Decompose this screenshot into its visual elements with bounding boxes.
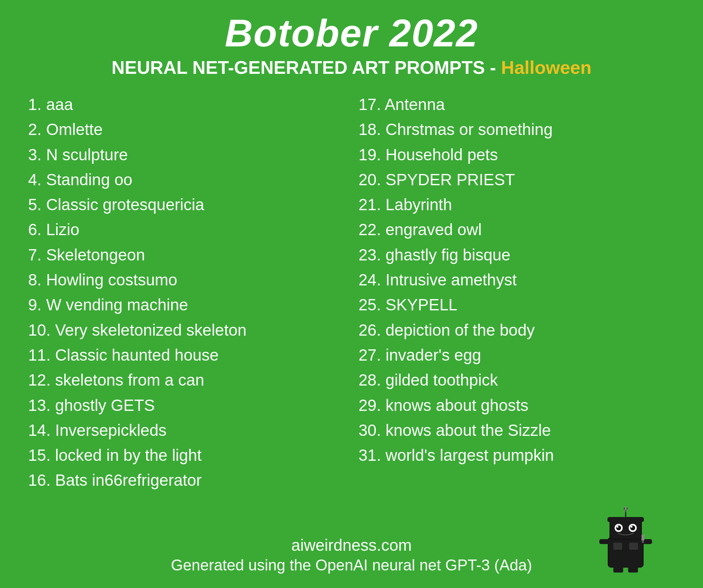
list-item: 8. Howling costsumo <box>28 267 344 292</box>
list-item: 29. knows about ghosts <box>359 393 675 418</box>
generated-by-text: Generated using the OpenAI neural net GP… <box>21 556 682 574</box>
list-item: 22. engraved owl <box>359 217 675 242</box>
svg-rect-3 <box>607 517 644 521</box>
svg-rect-21 <box>642 540 644 543</box>
subtitle-halloween: Halloween <box>501 57 592 78</box>
list-item: 15. locked in by the light <box>28 443 344 468</box>
list-item: 6. Lizio <box>28 217 344 242</box>
svg-rect-0 <box>608 537 643 567</box>
list-item: 18. Chrstmas or something <box>359 117 675 142</box>
list-item: 30. knows about the Sizzle <box>359 418 675 443</box>
svg-rect-17 <box>628 566 638 573</box>
list-item: 16. Bats in66refrigerator <box>28 468 344 493</box>
list-item: 17. Antenna <box>359 92 675 117</box>
svg-rect-18 <box>599 539 609 544</box>
svg-rect-16 <box>613 566 623 573</box>
list-item: 10. Very skeletonized skeleton <box>28 318 344 343</box>
svg-rect-14 <box>613 543 622 550</box>
left-column: 1. aaa2. Omlette3. N sculpture4. Standin… <box>21 92 352 525</box>
svg-point-6 <box>616 525 621 530</box>
page-title: Botober 2022 <box>225 11 478 55</box>
svg-point-8 <box>617 526 619 528</box>
list-item: 9. W vending machine <box>28 292 344 317</box>
list-item: 1. aaa <box>28 92 344 117</box>
list-item: 31. world's largest pumpkin <box>359 443 675 468</box>
svg-rect-15 <box>629 543 638 550</box>
list-item: 11. Classic haunted house <box>28 343 344 368</box>
website-url: aiweirdness.com <box>21 536 682 555</box>
svg-rect-20 <box>641 535 644 541</box>
list-item: 19. Household pets <box>359 142 675 167</box>
robot-illustration <box>598 506 661 577</box>
list-item: 20. SPYDER PRIEST <box>359 167 675 192</box>
list-item: 13. ghostly GETS <box>28 393 344 418</box>
list-item: 28. gilded toothpick <box>359 368 675 393</box>
list-item: 3. N sculpture <box>28 142 344 167</box>
right-column: 17. Antenna18. Chrstmas or something19. … <box>352 92 682 525</box>
list-item: 24. Intrusive amethyst <box>359 267 675 292</box>
list-item: 26. depiction of the body <box>359 318 675 343</box>
list-item: 27. invader's egg <box>359 343 675 368</box>
footer: aiweirdness.com Generated using the Open… <box>21 536 682 574</box>
subtitle-prefix: NEURAL NET-GENERATED ART PROMPTS - <box>111 57 501 78</box>
prompts-content: 1. aaa2. Omlette3. N sculpture4. Standin… <box>21 92 682 525</box>
list-item: 5. Classic grotesquericia <box>28 192 344 217</box>
svg-rect-13 <box>625 510 626 512</box>
svg-point-9 <box>631 526 633 528</box>
list-item: 4. Standing oo <box>28 167 344 192</box>
list-item: 2. Omlette <box>28 117 344 142</box>
list-item: 25. SKYPELL <box>359 292 675 317</box>
svg-point-7 <box>630 525 635 530</box>
list-item: 12. skeletons from a can <box>28 368 344 393</box>
list-item: 21. Labyrinth <box>359 192 675 217</box>
list-item: 23. ghastly fig bisque <box>359 243 675 267</box>
list-item: 14. Inversepickleds <box>28 418 344 443</box>
page-subtitle: NEURAL NET-GENERATED ART PROMPTS - Hallo… <box>111 57 592 78</box>
list-item: 7. Skeletongeon <box>28 243 344 267</box>
